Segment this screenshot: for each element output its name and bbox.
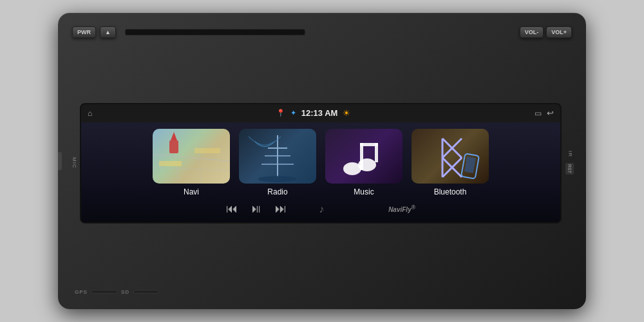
screen: ⌂ 📍 ✦ 12:13 AM ☀ ▭ ↩ xyxy=(80,103,562,223)
vol-minus-button[interactable]: VOL- xyxy=(520,26,544,38)
screencast-icon[interactable]: ▭ xyxy=(535,109,542,118)
radio-icon-wrap xyxy=(239,129,316,184)
ir-label: IR xyxy=(565,151,573,157)
app-tile-navi[interactable]: Navi xyxy=(153,129,230,196)
music-note-decoration: ♪ xyxy=(319,204,324,215)
svg-rect-6 xyxy=(159,161,182,166)
radio-label: Radio xyxy=(267,187,287,196)
main-content-row: MIC ⌂ 📍 ✦ 12:13 AM ☀ ▭ ↩ xyxy=(70,46,574,279)
eject-button[interactable]: ▲ xyxy=(100,26,116,38)
radio-background xyxy=(239,129,316,184)
sd-label: SD xyxy=(121,289,129,295)
navi-label: Navi xyxy=(184,187,199,196)
music-icon-wrap xyxy=(325,129,402,184)
bottom-hardware-bar: GPS SD xyxy=(70,283,574,300)
navi-icon-wrap xyxy=(153,129,230,184)
bottom-left-labels: GPS SD xyxy=(75,289,159,295)
play-pause-button[interactable]: ⏯ xyxy=(251,202,262,216)
power-button[interactable]: PWR xyxy=(72,26,96,38)
bluetooth-label: Bluetooth xyxy=(434,187,467,196)
svg-line-0 xyxy=(153,155,230,161)
app-grid-area: Navi xyxy=(81,122,560,196)
device-unit: PWR ▲ VOL- VOL+ MIC ⌂ 📍 ✦ 12:13 AM ☀ xyxy=(58,13,586,309)
back-icon[interactable]: ↩ xyxy=(547,108,554,118)
music-background xyxy=(325,129,402,184)
bluetooth-icon-wrap xyxy=(412,129,489,184)
navifly-watermark: NaviFly® xyxy=(388,204,415,213)
home-icon[interactable]: ⌂ xyxy=(88,109,92,118)
app-tile-bluetooth[interactable]: Bluetooth xyxy=(412,129,489,196)
status-bar: ⌂ 📍 ✦ 12:13 AM ☀ ▭ ↩ xyxy=(81,104,560,122)
vol-plus-button[interactable]: VOL+ xyxy=(546,26,572,38)
location-icon: 📍 xyxy=(276,109,285,117)
app-tile-radio[interactable]: Radio xyxy=(239,129,316,196)
playback-bar: ⏮ ⏯ ⏭ ♪ NaviFly® xyxy=(81,196,560,222)
top-bar-right: VOL- VOL+ xyxy=(520,26,572,38)
gps-slot xyxy=(91,290,117,294)
svg-rect-7 xyxy=(194,148,220,153)
top-bar-left: PWR ▲ xyxy=(72,26,310,38)
status-time: 12:13 AM xyxy=(301,108,338,118)
mic-label: MIC xyxy=(70,157,77,169)
svg-point-17 xyxy=(358,158,376,171)
svg-rect-24 xyxy=(464,156,476,173)
svg-line-3 xyxy=(198,129,201,184)
sd-slot xyxy=(133,290,159,294)
bluetooth-background xyxy=(412,129,489,184)
top-hardware-bar: PWR ▲ VOL- VOL+ xyxy=(70,22,574,43)
svg-point-12 xyxy=(258,176,297,182)
status-bar-center: 📍 ✦ 12:13 AM ☀ xyxy=(276,108,351,118)
prev-button[interactable]: ⏮ xyxy=(226,202,238,216)
music-label: Music xyxy=(354,187,374,196)
brightness-icon[interactable]: ☀ xyxy=(343,108,350,118)
svg-rect-16 xyxy=(375,143,378,162)
svg-rect-5 xyxy=(169,140,178,153)
svg-marker-4 xyxy=(171,132,177,140)
left-bump xyxy=(58,152,62,170)
status-bar-left: ⌂ xyxy=(88,109,92,118)
app-tile-music[interactable]: Music xyxy=(325,129,402,196)
navi-background xyxy=(153,129,230,184)
status-bar-right: ▭ ↩ xyxy=(535,108,554,118)
rst-button[interactable]: RST xyxy=(565,162,574,175)
side-right-panel: IR RST xyxy=(564,151,574,175)
svg-line-1 xyxy=(153,167,230,171)
bluetooth-status-icon: ✦ xyxy=(290,109,296,117)
gps-label: GPS xyxy=(75,289,88,295)
app-grid: Navi xyxy=(153,129,489,196)
next-button[interactable]: ⏭ xyxy=(275,202,287,216)
cd-slot xyxy=(125,29,305,35)
